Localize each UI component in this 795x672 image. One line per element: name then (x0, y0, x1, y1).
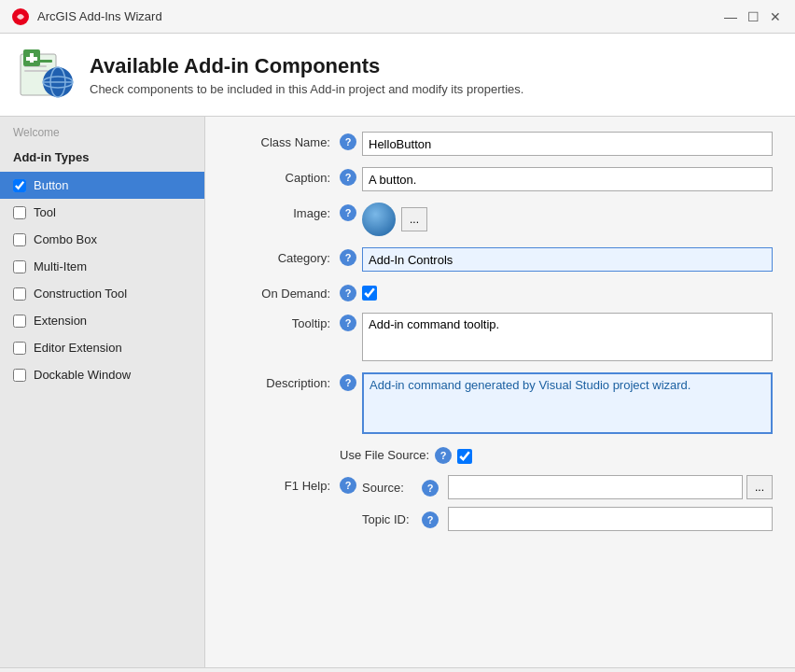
sidebar-label-tool: Tool (34, 205, 56, 219)
source-input[interactable] (448, 475, 743, 499)
sidebar-item-tool[interactable]: Tool (0, 199, 204, 226)
sidebar-item-combo-box[interactable]: Combo Box (0, 226, 204, 253)
source-browse-button[interactable]: ... (746, 475, 773, 499)
image-label: Image: (228, 203, 340, 220)
svg-rect-4 (24, 70, 49, 72)
class-name-label: Class Name: (228, 132, 340, 149)
topic-id-row: Topic ID: ? (362, 507, 773, 531)
source-row: Source: ? ... (362, 475, 773, 499)
f1-help-help-icon[interactable]: ? (340, 477, 356, 494)
sidebar-item-editor-extension[interactable]: Editor Extension (0, 334, 204, 361)
caption-input[interactable] (362, 167, 773, 191)
category-input[interactable] (362, 247, 773, 272)
arcgis-logo-icon (11, 7, 30, 26)
sidebar-item-extension[interactable]: Extension (0, 307, 204, 334)
page-subtitle: Check components to be included in this … (90, 82, 523, 96)
image-row: Image: ? ... (228, 203, 773, 236)
checkbox-extension[interactable] (13, 315, 26, 328)
close-button[interactable]: ✕ (767, 8, 784, 25)
topic-id-help-icon[interactable]: ? (422, 511, 439, 528)
svg-rect-11 (26, 57, 37, 61)
sidebar-item-multi-item[interactable]: Multi-Item (0, 253, 204, 280)
use-file-source-row: Use File Source: ? (228, 445, 773, 464)
tooltip-row: Tooltip: ? Add-in command tooltip. (228, 313, 773, 361)
sidebar-label-construction-tool: Construction Tool (34, 287, 127, 301)
on-demand-label: On Demand: (228, 283, 340, 301)
window-controls: — ☐ ✕ (722, 8, 784, 25)
checkbox-button[interactable] (13, 179, 26, 192)
checkbox-combo-box[interactable] (13, 233, 26, 246)
minimize-button[interactable]: — (722, 8, 739, 25)
caption-help-icon[interactable]: ? (340, 169, 356, 186)
maximize-button[interactable]: ☐ (745, 8, 761, 25)
title-bar-left: ArcGIS Add-Ins Wizard (11, 7, 162, 26)
footer: Previous Next Finish Cancel (0, 667, 795, 672)
source-label: Source: (362, 481, 418, 495)
checkbox-dockable-window[interactable] (13, 369, 26, 382)
on-demand-checkbox[interactable] (362, 286, 377, 301)
sidebar-section-title: Add-in Types (0, 145, 204, 172)
sidebar-label-button: Button (34, 178, 69, 192)
image-preview (362, 203, 396, 236)
topic-id-label: Topic ID: (362, 512, 418, 526)
title-bar: ArcGIS Add-Ins Wizard — ☐ ✕ (0, 0, 795, 34)
use-file-source-label: Use File Source: (340, 448, 429, 462)
checkbox-construction-tool[interactable] (13, 287, 26, 301)
category-row: Category: ? (228, 247, 773, 272)
sidebar: Welcome Add-in Types Button Tool Combo B… (0, 117, 205, 667)
checkbox-editor-extension[interactable] (13, 342, 26, 355)
sidebar-label-dockable-window: Dockable Window (34, 368, 131, 382)
sidebar-item-dockable-window[interactable]: Dockable Window (0, 361, 204, 388)
class-name-help-icon[interactable]: ? (340, 133, 356, 150)
class-name-row: Class Name: ? (228, 132, 773, 156)
sidebar-item-button[interactable]: Button (0, 172, 204, 199)
tooltip-label: Tooltip: (228, 313, 340, 330)
description-row: Description: ? Add-in command generated … (228, 372, 773, 434)
use-file-source-help-icon[interactable]: ? (435, 447, 452, 464)
use-file-source-checkbox[interactable] (457, 449, 472, 464)
source-help-icon[interactable]: ? (422, 480, 439, 497)
sidebar-label-editor-extension: Editor Extension (34, 341, 122, 355)
page-header: Available Add-in Components Check compon… (0, 34, 795, 117)
caption-label: Caption: (228, 167, 340, 185)
on-demand-row: On Demand: ? (228, 283, 773, 301)
f1-help-section: F1 Help: ? Source: ? ... Topic ID: ? (228, 475, 773, 531)
sidebar-item-construction-tool[interactable]: Construction Tool (0, 280, 204, 307)
page-title: Available Add-in Components (90, 54, 523, 78)
f1-help-label-row: F1 Help: ? Source: ? ... Topic ID: ? (228, 475, 773, 531)
checkbox-multi-item[interactable] (13, 260, 26, 273)
on-demand-help-icon[interactable]: ? (340, 285, 356, 301)
topic-id-input[interactable] (448, 507, 773, 531)
header-icon (19, 47, 75, 103)
category-label: Category: (228, 247, 340, 265)
right-panel: Class Name: ? Caption: ? Image: ? ... Ca… (205, 117, 795, 667)
category-help-icon[interactable]: ? (340, 249, 356, 266)
main-content: Welcome Add-in Types Button Tool Combo B… (0, 117, 795, 667)
image-controls: ... (362, 203, 427, 236)
sidebar-label-combo-box: Combo Box (34, 232, 97, 246)
window-title: ArcGIS Add-Ins Wizard (37, 9, 162, 23)
caption-row: Caption: ? (228, 167, 773, 191)
image-help-icon[interactable]: ? (340, 204, 356, 221)
checkbox-tool[interactable] (13, 206, 26, 219)
f1-help-label: F1 Help: (228, 475, 340, 493)
description-help-icon[interactable]: ? (340, 374, 356, 391)
sidebar-label-extension: Extension (34, 314, 87, 328)
description-input[interactable]: Add-in command generated by Visual Studi… (362, 372, 773, 434)
description-label: Description: (228, 372, 340, 390)
sidebar-label-multi-item: Multi-Item (34, 259, 87, 273)
class-name-input[interactable] (362, 132, 773, 156)
image-browse-button[interactable]: ... (401, 207, 427, 231)
tooltip-help-icon[interactable]: ? (340, 315, 356, 331)
tooltip-input[interactable]: Add-in command tooltip. (362, 313, 773, 361)
header-text: Available Add-in Components Check compon… (90, 54, 523, 96)
sidebar-welcome-label: Welcome (0, 117, 204, 145)
